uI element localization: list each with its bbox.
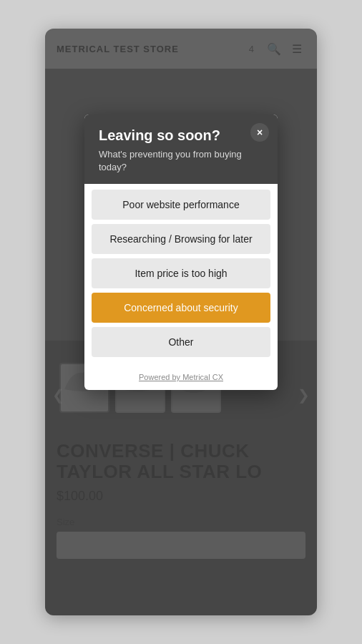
exit-intent-modal: Leaving so soon? What's preventing you f… [84,114,278,390]
modal-subtitle: What's preventing you from buying today? [99,148,263,174]
option-other[interactable]: Other [92,327,270,357]
close-icon: × [257,127,263,137]
powered-by: Powered by Metrical CX [84,366,278,390]
option-researching[interactable]: Researching / Browsing for later [92,224,270,254]
modal-options: Poor website performance Researching / B… [84,184,278,366]
powered-by-text: Powered by Metrical CX [139,373,223,381]
option-poor-performance[interactable]: Poor website performance [92,190,270,220]
phone-frame: METRICAL TEST STORE 4 🔍 ☰ ❮ ❯ [45,29,317,615]
option-security[interactable]: Concerned about security [92,293,270,323]
modal-header: Leaving so soon? What's preventing you f… [84,114,278,184]
option-price-high[interactable]: Item price is too high [92,258,270,288]
close-button[interactable]: × [250,123,269,142]
modal-title: Leaving so soon? [99,127,263,144]
